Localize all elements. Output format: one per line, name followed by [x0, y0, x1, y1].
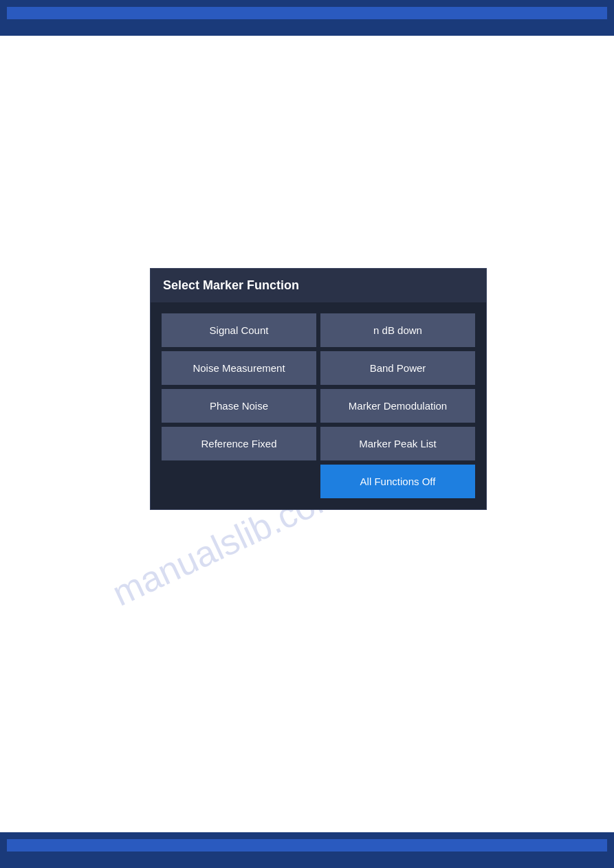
last-row: All Functions Off	[157, 465, 479, 502]
top-bar	[0, 0, 614, 36]
phase-noise-button[interactable]: Phase Noise	[162, 389, 316, 423]
marker-peak-list-button[interactable]: Marker Peak List	[320, 427, 475, 460]
signal-count-button[interactable]: Signal Count	[162, 313, 316, 347]
all-functions-off-button[interactable]: All Functions Off	[320, 465, 475, 498]
dialog-body: Signal Count n dB down Noise Measurement…	[151, 302, 486, 509]
bottom-bar-stripe	[7, 839, 607, 852]
button-grid: Signal Count n dB down Noise Measurement…	[157, 309, 479, 465]
dialog-title: Select Marker Function	[163, 278, 299, 292]
bottom-bar	[0, 832, 614, 868]
n-db-down-button[interactable]: n dB down	[320, 313, 475, 347]
reference-fixed-button[interactable]: Reference Fixed	[162, 427, 316, 460]
top-bar-stripe	[7, 7, 607, 19]
select-marker-function-dialog: Select Marker Function Signal Count n dB…	[150, 268, 487, 510]
dialog-title-bar: Select Marker Function	[151, 269, 486, 302]
band-power-button[interactable]: Band Power	[320, 351, 475, 385]
marker-demodulation-button[interactable]: Marker Demodulation	[320, 389, 475, 423]
noise-measurement-button[interactable]: Noise Measurement	[162, 351, 316, 385]
